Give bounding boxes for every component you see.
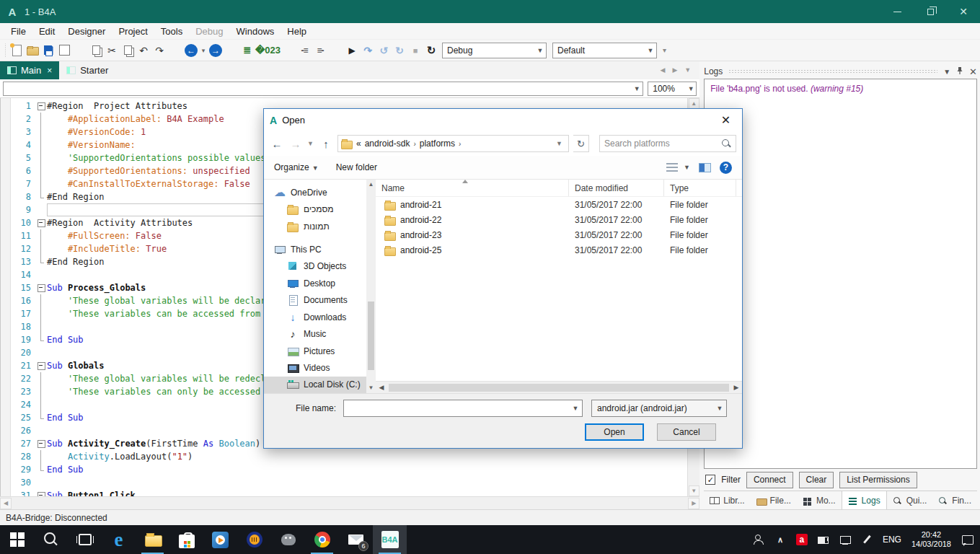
scroll-up-icon[interactable]: ▲ [368, 180, 374, 190]
toolbar-icon[interactable]: ↷ [151, 43, 167, 58]
fold-marker[interactable] [37, 307, 47, 320]
breakpoint-gutter[interactable] [1, 98, 11, 496]
toolbar-icon[interactable]: ▶ [344, 43, 360, 58]
toolbar-icon[interactable] [72, 43, 88, 58]
taskbar-app[interactable] [237, 525, 271, 554]
toolbar-icon[interactable]: ■ [407, 43, 423, 58]
sidebar-item[interactable]: 3D Objects [264, 258, 366, 275]
search-input[interactable] [600, 138, 721, 149]
fold-marker[interactable] [37, 100, 47, 113]
toolbar-overflow-icon[interactable]: ▾ [663, 46, 666, 54]
toolbar-icon[interactable] [328, 43, 344, 58]
restore-button[interactable] [914, 0, 947, 23]
toolbar-icon[interactable]: -≡ [296, 43, 312, 58]
fold-marker[interactable] [37, 138, 47, 151]
fold-marker[interactable] [37, 190, 47, 203]
toolbar-icon[interactable]: �023 [255, 43, 281, 58]
sidebar-item[interactable]: Music [264, 325, 366, 342]
file-row[interactable]: android-22 31/05/2017 22:00 File folder [376, 212, 742, 227]
file-name-combo[interactable]: ▼ [343, 400, 583, 417]
connect-button[interactable]: Connect [746, 472, 793, 488]
new-folder-button[interactable]: New folder [336, 162, 377, 172]
pin-icon[interactable] [956, 66, 963, 76]
scroll-right-icon[interactable]: ▶ [730, 382, 742, 393]
panel-tab[interactable]: Logs [842, 491, 887, 509]
column-header-type[interactable]: Type [664, 180, 736, 196]
toolbar-icon[interactable] [120, 43, 136, 58]
sidebar-item[interactable]: OneDrive [264, 184, 366, 201]
taskbar-app[interactable] [305, 525, 339, 554]
address-bar[interactable]: « android-sdk › platforms › ▼ [337, 135, 569, 152]
fold-marker[interactable] [37, 333, 47, 346]
menu-item[interactable]: Debug [189, 25, 229, 38]
fold-marker[interactable] [37, 320, 47, 333]
sidebar-item[interactable]: Local Disk (C:) [264, 377, 366, 393]
taskbar-app[interactable] [34, 525, 68, 554]
toolbar-icon[interactable] [40, 43, 56, 58]
log-output[interactable]: File 'b4a.png' is not used. (warning #15… [704, 79, 977, 469]
dialog-close-button[interactable]: ✕ [710, 109, 742, 131]
action-center-icon[interactable] [961, 534, 973, 545]
history-chevron-icon[interactable]: ▼ [307, 140, 314, 147]
panel-drag-handle[interactable] [728, 69, 937, 74]
toolbar-icon[interactable]: ≣ [239, 43, 255, 58]
sidebar-item[interactable]: This PC [264, 241, 366, 258]
toolbar-icon[interactable] [224, 43, 239, 58]
code-line[interactable]: 29 End Sub [11, 463, 687, 476]
avira-icon[interactable]: a [796, 534, 808, 545]
file-row[interactable]: android-21 31/05/2017 22:00 File folder [376, 197, 742, 212]
cancel-button[interactable]: Cancel [657, 423, 716, 441]
scroll-down-icon[interactable]: ▼ [368, 383, 374, 393]
taskbar-app[interactable] [271, 525, 305, 554]
scroll-up-icon[interactable]: ▲ [689, 98, 699, 109]
tab-scroll-right-icon[interactable]: ▶ [672, 66, 677, 74]
fold-marker[interactable] [37, 385, 47, 398]
toolbar-icon[interactable]: ↺ [376, 43, 392, 58]
editor-tab[interactable]: Starter [59, 61, 121, 79]
sidebar-item[interactable]: Videos [264, 359, 366, 376]
fold-marker[interactable] [37, 398, 47, 411]
toolbar-icon[interactable] [281, 43, 296, 58]
editor-tab[interactable]: Main × [0, 61, 59, 79]
list-permissions-button[interactable]: List Permissions [839, 472, 917, 488]
fold-marker[interactable] [37, 113, 47, 126]
forward-icon[interactable]: → [288, 138, 303, 150]
fold-marker[interactable] [37, 229, 47, 242]
fold-marker[interactable] [37, 255, 47, 268]
fold-marker[interactable] [37, 372, 47, 385]
fold-marker[interactable] [37, 281, 47, 294]
menu-item[interactable]: Tools [154, 25, 189, 38]
column-header-name[interactable]: Name [376, 180, 569, 196]
organize-menu[interactable]: Organize▼ [274, 162, 319, 172]
menu-item[interactable]: Project [112, 25, 154, 38]
taskbar-app[interactable]: 6 [339, 525, 373, 554]
file-name-input[interactable] [344, 403, 569, 413]
battery-icon[interactable] [818, 534, 829, 545]
fold-marker[interactable] [37, 437, 47, 450]
code-line[interactable]: 30 [11, 476, 687, 489]
taskbar-app[interactable] [136, 525, 169, 554]
sidebar-scrollbar[interactable]: ▲ ▼ [366, 180, 376, 393]
fold-marker[interactable] [37, 359, 47, 372]
refresh-icon[interactable]: ↻ [573, 135, 589, 152]
editor-horizontal-scrollbar[interactable]: ◀ ▶ [0, 496, 699, 509]
breadcrumb-segment[interactable]: android-sdk [365, 138, 410, 149]
toolbar-icon[interactable] [25, 43, 40, 58]
panel-tab[interactable]: File... [751, 491, 797, 509]
sidebar-item[interactable]: תמונות [264, 218, 366, 234]
up-icon[interactable]: ↑ [319, 138, 333, 150]
fold-marker[interactable] [37, 294, 47, 307]
fold-marker[interactable] [37, 151, 47, 164]
toolbar-icon[interactable]: ≡- [312, 43, 328, 58]
tab-list-icon[interactable]: ▼ [684, 66, 691, 74]
menu-item[interactable]: Designer [61, 25, 112, 38]
member-navigator-combo[interactable]: ▼ [3, 82, 643, 96]
fold-marker[interactable] [37, 424, 47, 437]
column-header-date[interactable]: Date modified [569, 180, 664, 196]
fold-marker[interactable] [37, 450, 47, 463]
back-icon[interactable]: ← [270, 138, 284, 150]
address-dropdown-icon[interactable]: ▼ [553, 140, 565, 147]
fold-marker[interactable] [37, 203, 47, 216]
file-row[interactable]: android-23 31/05/2017 22:00 File folder [376, 227, 742, 242]
file-list-horizontal-scrollbar[interactable]: ◀ ▶ [376, 381, 742, 393]
